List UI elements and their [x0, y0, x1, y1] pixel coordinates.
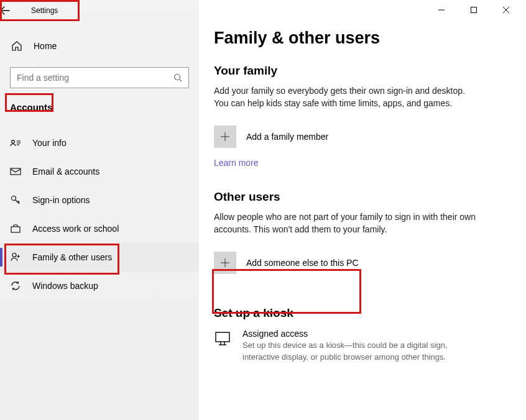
- nav-email-accounts[interactable]: Email & accounts: [0, 157, 199, 186]
- nav-access-work[interactable]: Access work or school: [0, 214, 199, 243]
- nav-list: Your info Email & accounts Sign-in optio…: [0, 129, 199, 300]
- nav-home-label: Home: [34, 41, 57, 51]
- main-content: Family & other users Your family Add you…: [199, 0, 526, 420]
- nav-item-label: Email & accounts: [32, 167, 99, 176]
- svg-point-2: [12, 140, 15, 144]
- titlebar: Settings: [0, 0, 199, 21]
- sidebar-section-header: Accounts: [0, 97, 199, 116]
- search-icon: [173, 73, 182, 82]
- maximize-button[interactable]: [470, 6, 487, 14]
- nav-windows-backup[interactable]: Windows backup: [0, 272, 199, 300]
- nav-signin-options[interactable]: Sign-in options: [0, 186, 199, 214]
- add-other-label: Add someone else to this PC: [246, 258, 359, 268]
- settings-sidebar: Settings Home Accounts Your info: [0, 0, 199, 420]
- window-controls: [438, 6, 520, 14]
- plus-icon: [214, 126, 236, 148]
- back-arrow-icon: [0, 6, 10, 16]
- nav-item-label: Family & other users: [32, 252, 112, 262]
- other-users-desc: Allow people who are not part of your fa…: [214, 211, 481, 235]
- person-card-icon: [10, 137, 21, 148]
- mail-icon: [10, 166, 21, 177]
- nav-item-label: Windows backup: [32, 281, 98, 291]
- svg-point-0: [175, 75, 180, 80]
- learn-more-link[interactable]: Learn more: [214, 158, 259, 168]
- sync-icon: [10, 280, 21, 291]
- person-plus-icon: [10, 252, 21, 263]
- window-title: Settings: [27, 6, 58, 15]
- nav-item-label: Your info: [32, 138, 67, 148]
- back-button[interactable]: [0, 6, 27, 16]
- plus-icon: [214, 252, 236, 274]
- svg-rect-6: [11, 168, 21, 175]
- monitor-icon: [214, 330, 231, 347]
- svg-rect-13: [471, 7, 477, 13]
- search-input[interactable]: [17, 73, 173, 83]
- add-family-member-button[interactable]: Add a family member: [214, 122, 505, 152]
- nav-your-info[interactable]: Your info: [0, 129, 199, 157]
- nav-home[interactable]: Home: [0, 34, 199, 58]
- assigned-access-button[interactable]: Assigned access Set up this device as a …: [214, 329, 505, 362]
- kiosk-item-desc: Set up this device as a kiosk—this could…: [242, 340, 479, 362]
- minimize-button[interactable]: [438, 6, 455, 14]
- add-other-user-button[interactable]: Add someone else to this PC: [214, 248, 505, 278]
- family-heading: Your family: [214, 64, 505, 78]
- kiosk-item-title: Assigned access: [242, 329, 479, 339]
- svg-rect-20: [216, 332, 229, 342]
- svg-rect-8: [11, 227, 20, 232]
- page-title: Family & other users: [214, 29, 505, 48]
- svg-line-1: [180, 80, 182, 82]
- search-box[interactable]: [10, 67, 189, 88]
- nav-item-label: Sign-in options: [32, 195, 90, 205]
- svg-point-9: [12, 253, 16, 257]
- briefcase-icon: [10, 223, 21, 234]
- add-family-label: Add a family member: [246, 132, 328, 142]
- svg-point-7: [12, 196, 16, 201]
- family-desc: Add your family so everybody gets their …: [214, 85, 481, 109]
- kiosk-heading: Set up a kiosk: [214, 306, 505, 320]
- other-users-heading: Other users: [214, 190, 505, 204]
- nav-family-other-users[interactable]: Family & other users: [0, 243, 199, 272]
- nav-item-label: Access work or school: [32, 224, 119, 234]
- close-button[interactable]: [502, 6, 520, 14]
- key-icon: [10, 194, 21, 206]
- home-icon: [11, 40, 22, 52]
